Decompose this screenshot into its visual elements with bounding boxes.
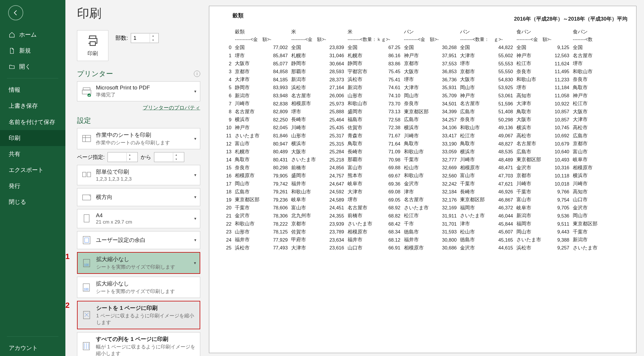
- print-button[interactable]: 印刷: [77, 30, 108, 61]
- table-row: 18広島市79,261和歌山市24,592大津市69.08津市32,184長崎市…: [218, 188, 627, 196]
- printer-properties-link[interactable]: プリンターのプロパティ: [143, 105, 200, 111]
- nav-divider-2: [7, 336, 58, 337]
- print-settings-column: 印刷 印刷 部数: ▲ ▼ プリンター i: [65, 0, 208, 356]
- new-icon: [9, 48, 15, 54]
- copies-up[interactable]: ▲: [150, 34, 156, 38]
- orientation-dropdown[interactable]: 横方向 ▼: [77, 188, 200, 206]
- table-row: 6新潟市83,948名古屋市26,006山形市74.10岡山市35,709神戸市…: [218, 92, 627, 100]
- scaling-option-fit-sheet[interactable]: シートを 1 ページに印刷 1 ページに収まるように印刷イメージを縮小します: [77, 301, 200, 329]
- svg-rect-4: [83, 172, 86, 177]
- table-row: 20千葉市78,606富山市24,451名古屋市68.92さいたま市32,169…: [218, 204, 627, 212]
- table-row: 2大阪市85,077静岡市30,664静岡市83.86京都市37,553堺市55…: [218, 60, 627, 68]
- scaling-title: 拡大縮小なし: [96, 256, 196, 263]
- back-button[interactable]: [8, 5, 23, 20]
- scaling-dropdown[interactable]: 100 拡大縮小なし シートを実際のサイズで印刷します ▼: [77, 252, 200, 274]
- page-from-label: から: [141, 154, 151, 161]
- info-icon[interactable]: i: [194, 71, 200, 77]
- page-spec-label: ページ指定:: [77, 154, 105, 161]
- page-title: 印刷: [77, 5, 200, 21]
- nav-saveas[interactable]: 名前を付けて保存: [0, 114, 65, 130]
- table-row: 3京都市84,858那覇市28,593宇都宮市75.45大阪市36,853京都市…: [218, 68, 627, 76]
- landscape-icon: [81, 192, 92, 202]
- svg-rect-14: [83, 311, 90, 319]
- chevron-down-icon: ▼: [194, 238, 197, 242]
- opt-sub: シートを実際のサイズで印刷します: [96, 288, 196, 295]
- printer-ready-icon: [81, 86, 92, 97]
- margins-icon: [81, 235, 92, 245]
- printer-dropdown[interactable]: Microsoft Print to PDF 準備完了 ▼: [77, 81, 200, 101]
- table-row: 13札幌市80,489大阪市25,284長崎市71.09和歌山市33,059横浜…: [218, 148, 627, 156]
- nav-account[interactable]: アカウント: [0, 340, 65, 356]
- paper-title: A4: [96, 212, 196, 219]
- home-icon: [9, 32, 15, 38]
- copies-spinner[interactable]: ▲ ▼: [131, 33, 159, 43]
- page-to-input[interactable]: [154, 154, 173, 160]
- nav-publish[interactable]: 発行: [0, 178, 65, 194]
- table-row: 0全国77,002全国23,839全国67.25全国30,268全国44,822…: [218, 44, 627, 52]
- sheet-icon: [81, 134, 92, 144]
- fit-cols-icon: [81, 341, 92, 351]
- back-arrow-icon: [12, 9, 19, 16]
- table-row: 7川崎市82,838相模原市25,973和歌山市73.70奈良市34,501名古…: [218, 100, 627, 108]
- copies-input[interactable]: [131, 35, 150, 41]
- page-from-down[interactable]: ▼: [127, 157, 133, 161]
- table-row: 12富山市80,947横浜市25,315鳥取市71.64鳥取市33,190鳥取市…: [218, 140, 627, 148]
- backstage-sidebar: ホーム 新規 開く 情報 上書き保存 名前を付けて保存 印刷 共有 エクスポート…: [0, 0, 65, 356]
- collate-title: 部単位で印刷: [96, 168, 196, 176]
- collate-dropdown[interactable]: 部単位で印刷 1,2,3 1,2,3 1,2,3 ▼: [77, 165, 200, 185]
- page-from-spinner[interactable]: ▲▼: [108, 152, 138, 162]
- paper-dropdown[interactable]: A4 21 cm x 29.7 cm ▼: [77, 209, 200, 228]
- doc-date-range: 2016年（平成28年）～2018年（平成30年）平均: [218, 15, 627, 22]
- nav-print[interactable]: 印刷: [0, 130, 65, 146]
- nav-save[interactable]: 上書き保存: [0, 98, 65, 114]
- chevron-down-icon: ▼: [193, 261, 197, 265]
- collate-icon: [81, 170, 92, 180]
- nav-open-label: 開く: [19, 63, 31, 71]
- collate-sub: 1,2,3 1,2,3 1,2,3: [96, 176, 196, 182]
- opt-title: 拡大縮小なし: [96, 280, 196, 287]
- table-row: 4大津市84,185新潟市28,373浜松市75.41堺市36,736大阪市54…: [218, 76, 627, 84]
- nav-home[interactable]: ホーム: [0, 27, 65, 43]
- nav-new[interactable]: 新規: [0, 43, 65, 59]
- fit-sheet-icon: [82, 310, 92, 320]
- table-row: 16相模原市79,905盛岡市24,757熊本市69.67和歌山市32,560富…: [218, 172, 627, 180]
- nav-open[interactable]: 開く: [0, 59, 65, 75]
- table-row: 11さいたま市81,846山形市25,317青森市71.67川崎市33,417松…: [218, 132, 627, 140]
- table-row: 14鳥取市80,431さいたま市25,218那覇市70.98千葉市32,777川…: [218, 156, 627, 164]
- svg-rect-6: [83, 195, 91, 200]
- settings-heading: 設定: [77, 116, 91, 125]
- copies-down[interactable]: ▼: [150, 38, 156, 42]
- nav-export[interactable]: エクスポート: [0, 162, 65, 178]
- page-to-up[interactable]: ▲: [173, 153, 179, 157]
- table-row: 15奈良市80,298前橋市24,856富山市69.88松山市32,669相模原…: [218, 164, 627, 172]
- scaling-option-fit-cols[interactable]: すべての列を 1 ページに印刷 幅が 1 ページに収まるように印刷イメージを縮小…: [77, 332, 200, 356]
- nav-close[interactable]: 閉じる: [0, 194, 65, 210]
- table-row: 25浜松市77,493大津市23,616山口市66.91相模原市30,686金沢…: [218, 244, 627, 252]
- scaling-sub: シートを実際のサイズで印刷します: [96, 264, 196, 270]
- svg-text:100: 100: [84, 288, 89, 291]
- table-row: 10神戸市82,045川崎市25,435佐賀市72.38横浜市34,106和歌山…: [218, 124, 627, 132]
- table-row: 21金沢市78,306北九州市24,355前橋市68.82松江市31,911さい…: [218, 212, 627, 220]
- print-what-dropdown[interactable]: 作業中のシートを印刷 作業中のシートのみを印刷します ▼: [77, 128, 200, 149]
- nav-info[interactable]: 情報: [0, 82, 65, 98]
- svg-rect-9: [85, 238, 89, 242]
- page-from-input[interactable]: [108, 154, 126, 160]
- svg-text:100: 100: [84, 263, 89, 267]
- page-from-up[interactable]: ▲: [127, 153, 133, 157]
- scaling-option-noscale[interactable]: 100 拡大縮小なし シートを実際のサイズで印刷します: [77, 277, 200, 298]
- chevron-down-icon: ▼: [194, 217, 197, 221]
- table-row: 1堺市85,847札幌市31,046札幌市86.16神戸市37,951大津市55…: [218, 52, 627, 60]
- print-what-title: 作業中のシートを印刷: [96, 131, 196, 139]
- table-row: 5静岡市83,993浜松市27,164新潟市74.61大津市35,931岡山市5…: [218, 84, 627, 92]
- nav-new-label: 新規: [19, 47, 31, 55]
- page-to-down[interactable]: ▼: [173, 157, 179, 161]
- svg-rect-3: [83, 135, 91, 142]
- margins-dropdown[interactable]: ユーザー設定の余白 ▼: [77, 231, 200, 249]
- nav-divider: [7, 78, 58, 78]
- printer-icon: [86, 34, 99, 47]
- table-row: 22和歌山市78,222京都市23,939さいたま市68.42千市31,701津…: [218, 220, 627, 228]
- copies-label: 部数:: [115, 34, 128, 42]
- page-to-spinner[interactable]: ▲▼: [154, 152, 184, 162]
- nav-share[interactable]: 共有: [0, 146, 65, 162]
- opt-title: シートを 1 ページに印刷: [96, 304, 196, 312]
